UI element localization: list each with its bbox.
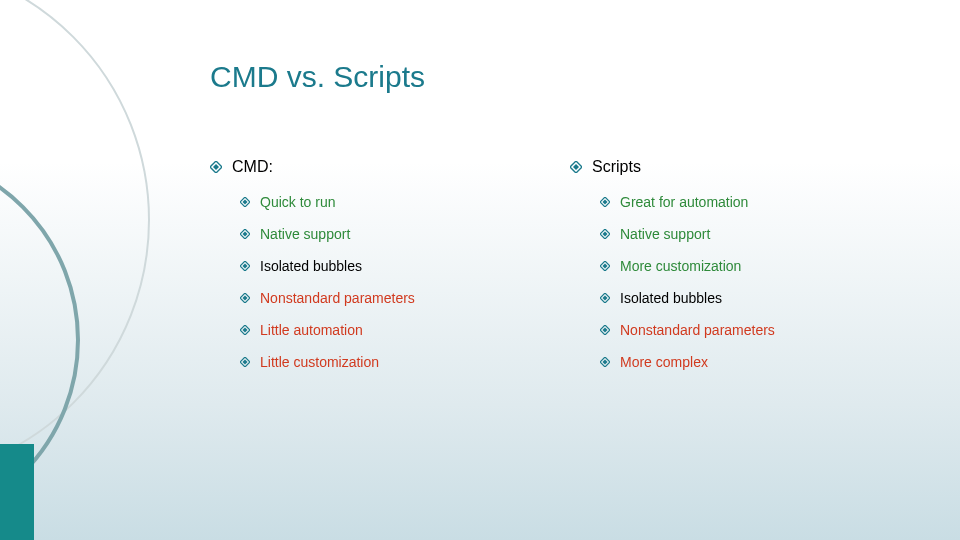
- diamond-icon: [570, 161, 582, 173]
- list-item-label: Nonstandard parameters: [620, 322, 775, 338]
- list-item-label: Native support: [620, 226, 710, 242]
- list-item-label: Quick to run: [260, 194, 335, 210]
- diamond-icon: [600, 357, 610, 367]
- column-cmd: CMD: Quick to run Native support Isolate…: [210, 158, 540, 386]
- columns: CMD: Quick to run Native support Isolate…: [210, 158, 910, 386]
- list-item: More customization: [600, 258, 900, 274]
- svg-marker-9: [243, 296, 248, 301]
- sub-list: Quick to run Native support Isolated bub…: [240, 194, 540, 370]
- diamond-icon: [600, 197, 610, 207]
- column-heading-label: Scripts: [592, 158, 641, 176]
- content-area: CMD vs. Scripts CMD: Quick to run Native…: [210, 60, 910, 386]
- column-scripts: Scripts Great for automation Native supp…: [570, 158, 900, 386]
- list-item: Great for automation: [600, 194, 900, 210]
- list-item: Little automation: [240, 322, 540, 338]
- diamond-icon: [600, 261, 610, 271]
- sub-list: Great for automation Native support More…: [600, 194, 900, 370]
- list-item: More complex: [600, 354, 900, 370]
- diamond-icon: [600, 229, 610, 239]
- diamond-icon: [240, 229, 250, 239]
- svg-marker-5: [243, 232, 248, 237]
- list-item-label: Little customization: [260, 354, 379, 370]
- diamond-icon: [240, 261, 250, 271]
- column-heading-label: CMD:: [232, 158, 273, 176]
- svg-marker-3: [243, 200, 248, 205]
- list-item: Native support: [600, 226, 900, 242]
- list-item: Little customization: [240, 354, 540, 370]
- list-item-label: Isolated bubbles: [620, 290, 722, 306]
- svg-marker-23: [603, 296, 608, 301]
- diamond-icon: [600, 325, 610, 335]
- list-item: Isolated bubbles: [240, 258, 540, 274]
- svg-marker-25: [603, 328, 608, 333]
- list-item: Nonstandard parameters: [600, 322, 900, 338]
- diamond-icon: [240, 293, 250, 303]
- svg-marker-21: [603, 264, 608, 269]
- list-item: Native support: [240, 226, 540, 242]
- decorative-block: [0, 444, 34, 540]
- column-heading: CMD:: [210, 158, 540, 176]
- list-item-label: More customization: [620, 258, 741, 274]
- diamond-icon: [600, 293, 610, 303]
- list-item-label: Little automation: [260, 322, 363, 338]
- svg-marker-1: [213, 164, 219, 170]
- diamond-icon: [240, 357, 250, 367]
- svg-marker-15: [573, 164, 579, 170]
- diamond-icon: [240, 197, 250, 207]
- svg-marker-7: [243, 264, 248, 269]
- svg-marker-27: [603, 360, 608, 365]
- column-heading: Scripts: [570, 158, 900, 176]
- svg-marker-19: [603, 232, 608, 237]
- slide: CMD vs. Scripts CMD: Quick to run Native…: [0, 0, 960, 540]
- diamond-icon: [240, 325, 250, 335]
- diamond-icon: [210, 161, 222, 173]
- list-item-label: Great for automation: [620, 194, 748, 210]
- list-item-label: Nonstandard parameters: [260, 290, 415, 306]
- list-item-label: Native support: [260, 226, 350, 242]
- list-item: Quick to run: [240, 194, 540, 210]
- svg-marker-17: [603, 200, 608, 205]
- list-item: Nonstandard parameters: [240, 290, 540, 306]
- list-item-label: Isolated bubbles: [260, 258, 362, 274]
- slide-title: CMD vs. Scripts: [210, 60, 910, 94]
- list-item: Isolated bubbles: [600, 290, 900, 306]
- list-item-label: More complex: [620, 354, 708, 370]
- svg-marker-11: [243, 328, 248, 333]
- svg-marker-13: [243, 360, 248, 365]
